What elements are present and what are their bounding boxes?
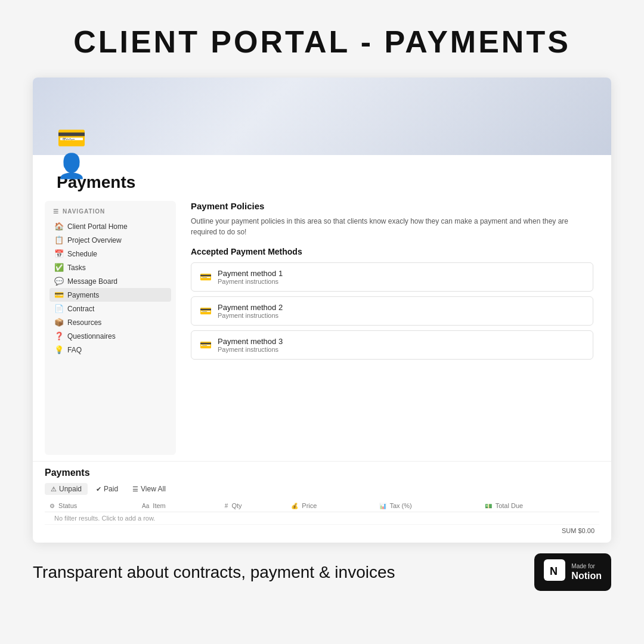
payment-method-3-name: Payment method 3 xyxy=(218,337,283,346)
sidebar-item-contract[interactable]: 📄 Contract xyxy=(49,302,171,315)
sidebar-item-questionnaires[interactable]: ❓ Questionnaires xyxy=(49,329,171,343)
sum-value: $0.00 xyxy=(578,527,595,534)
no-results-message: No filter results. Click to add a row. xyxy=(49,510,160,527)
notion-label: Notion xyxy=(571,570,602,583)
policies-title: Payment Policies xyxy=(191,201,593,211)
status-col-icon: ⚙ xyxy=(49,503,55,509)
sidebar-item-client-portal-home[interactable]: 🏠 Client Portal Home xyxy=(49,219,171,233)
payments-icon: 💳👤 xyxy=(57,137,92,167)
schedule-icon: 📅 xyxy=(54,249,64,258)
no-results-row[interactable]: No filter results. Click to add a row. xyxy=(45,512,599,525)
page-icon-area: 💳👤 xyxy=(57,137,92,167)
tasks-icon: ✅ xyxy=(54,263,64,272)
payment-method-1-name: Payment method 1 xyxy=(218,269,283,278)
sidebar-item-project-overview[interactable]: 📋 Project Overview xyxy=(49,233,171,247)
sidebar-item-tasks[interactable]: ✅ Tasks xyxy=(49,261,171,274)
payment-method-3-icon: 💳 xyxy=(200,339,212,351)
payments-section-title: Payments xyxy=(45,467,599,478)
tab-paid[interactable]: ✔ Paid xyxy=(90,483,124,495)
col-header-qty: # Qty xyxy=(220,500,286,512)
payment-method-1-icon: 💳 xyxy=(200,271,212,283)
price-col-icon: 💰 xyxy=(291,503,298,509)
message-board-icon: 💬 xyxy=(54,277,64,286)
svg-text:N: N xyxy=(550,565,558,577)
col-header-tax: 📊 Tax (%) xyxy=(374,500,480,512)
payments-data-table: ⚙ Status Aa Item # Qty 💰 Price xyxy=(45,500,599,525)
notion-logo-icon: N xyxy=(544,559,565,585)
payment-method-2-instructions: Payment instructions xyxy=(218,312,283,319)
notion-badge[interactable]: N Made for Notion xyxy=(534,553,611,591)
contract-icon: 📄 xyxy=(54,304,64,313)
paid-tab-icon: ✔ xyxy=(96,485,101,493)
notion-page-heading: Payments xyxy=(33,155,611,201)
payments-table-section: Payments ⚠ Unpaid ✔ Paid ☰ View All ⚙ xyxy=(33,461,611,543)
accepted-methods-title: Accepted Payment Methods xyxy=(191,247,593,256)
item-col-icon: Aa xyxy=(142,503,149,509)
total-due-col-icon: 💵 xyxy=(485,503,492,509)
sum-row: SUM $0.00 xyxy=(45,525,599,537)
notion-header-banner: 💳👤 xyxy=(33,78,611,155)
sum-label: SUM xyxy=(562,527,576,534)
notion-window: 💳👤 Payments ☰ NAVIGATION 🏠 Client Portal… xyxy=(33,78,611,543)
unpaid-tab-icon: ⚠ xyxy=(51,485,57,493)
payment-method-2-info: Payment method 2 Payment instructions xyxy=(218,303,283,319)
sidebar-item-faq[interactable]: 💡 FAQ xyxy=(49,343,171,357)
sidebar-item-message-board[interactable]: 💬 Message Board xyxy=(49,274,171,288)
sidebar-item-schedule[interactable]: 📅 Schedule xyxy=(49,247,171,261)
bottom-bar: Transparent about contracts, payment & i… xyxy=(33,543,611,597)
page-title: CLIENT PORTAL - PAYMENTS xyxy=(73,24,571,60)
main-content: Payment Policies Outline your payment po… xyxy=(185,201,599,455)
tab-unpaid[interactable]: ⚠ Unpaid xyxy=(45,483,88,495)
tagline: Transparent about contracts, payment & i… xyxy=(33,563,395,582)
col-header-price: 💰 Price xyxy=(286,500,374,512)
tax-col-icon: 📊 xyxy=(379,503,386,509)
content-area: ☰ NAVIGATION 🏠 Client Portal Home 📋 Proj… xyxy=(33,201,611,461)
client-portal-home-icon: 🏠 xyxy=(54,222,64,231)
faq-icon: 💡 xyxy=(54,345,64,354)
payment-method-2-name: Payment method 2 xyxy=(218,303,283,312)
tab-view-all[interactable]: ☰ View All xyxy=(126,483,172,495)
sidebar-header: ☰ NAVIGATION xyxy=(49,208,171,215)
payments-tab-bar: ⚠ Unpaid ✔ Paid ☰ View All xyxy=(45,483,599,495)
made-for-label: Made for xyxy=(571,562,602,570)
payment-method-3-instructions: Payment instructions xyxy=(218,346,283,353)
payment-method-3-info: Payment method 3 Payment instructions xyxy=(218,337,283,353)
questionnaires-icon: ❓ xyxy=(54,332,64,340)
payment-method-card-1[interactable]: 💳 Payment method 1 Payment instructions xyxy=(191,262,593,292)
qty-col-icon: # xyxy=(225,503,228,509)
payment-method-1-instructions: Payment instructions xyxy=(218,278,283,285)
project-overview-icon: 📋 xyxy=(54,236,64,244)
sidebar-item-resources[interactable]: 📦 Resources xyxy=(49,315,171,329)
payment-method-1-info: Payment method 1 Payment instructions xyxy=(218,269,283,285)
payments-nav-icon: 💳 xyxy=(54,290,64,299)
sidebar-item-payments[interactable]: 💳 Payments xyxy=(49,288,171,302)
notion-badge-text: Made for Notion xyxy=(571,562,602,583)
payment-method-card-3[interactable]: 💳 Payment method 3 Payment instructions xyxy=(191,330,593,360)
view-all-tab-icon: ☰ xyxy=(132,485,138,493)
menu-icon: ☰ xyxy=(53,208,59,215)
resources-icon: 📦 xyxy=(54,318,64,327)
payment-method-2-icon: 💳 xyxy=(200,305,212,317)
col-header-total-due: 💵 Total Due xyxy=(480,500,599,512)
policies-description: Outline your payment policies in this ar… xyxy=(191,216,593,237)
sidebar: ☰ NAVIGATION 🏠 Client Portal Home 📋 Proj… xyxy=(45,201,176,455)
payment-method-card-2[interactable]: 💳 Payment method 2 Payment instructions xyxy=(191,296,593,326)
